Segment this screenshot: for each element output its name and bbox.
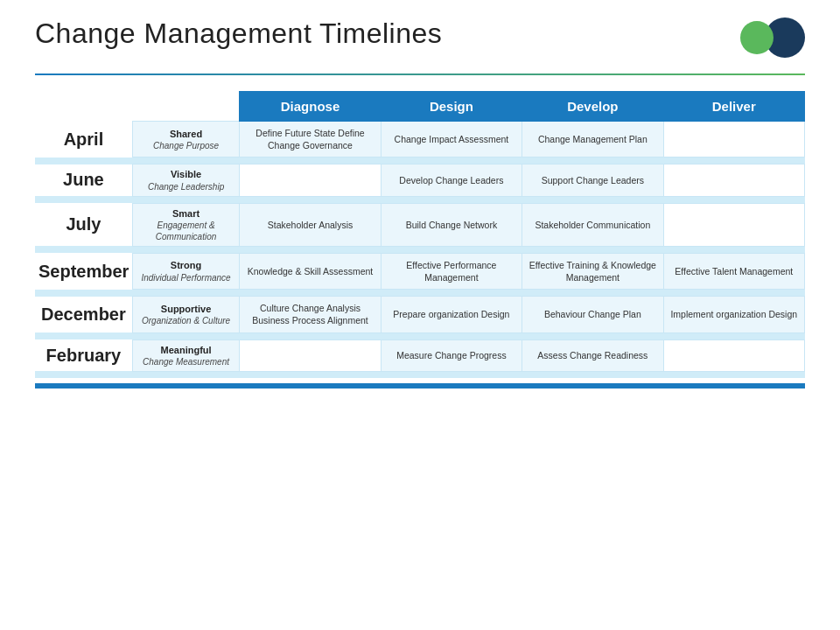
diagnose-cell	[240, 164, 381, 196]
spacer-row	[35, 290, 805, 297]
design-cell: Effective Performance Management	[381, 253, 522, 289]
deliver-cell	[663, 164, 804, 196]
table-row: SeptemberStrongIndividual PerformanceKno…	[35, 253, 805, 289]
deliver-cell	[663, 340, 804, 371]
develop-cell: Change Management Plan	[522, 122, 663, 158]
develop-cell: Assess Change Readiness	[522, 340, 663, 371]
spacer-row	[35, 371, 805, 378]
header-divider	[35, 74, 805, 75]
circle-green-icon	[740, 21, 774, 54]
diagnose-cell: Stakeholder Analysis	[240, 203, 381, 246]
develop-cell: Behaviour Change Plan	[522, 297, 663, 332]
col-deliver-header: Deliver	[663, 92, 804, 122]
diagnose-cell	[240, 340, 381, 371]
deliver-cell	[663, 203, 804, 246]
diagnose-cell: Culture Change Analysis Business Process…	[240, 297, 381, 332]
logo	[740, 18, 805, 58]
design-cell: Develop Change Leaders	[381, 164, 522, 196]
spacer-row	[35, 332, 805, 340]
subtitle-cell: SharedChange Purpose	[132, 122, 239, 158]
col-diagnose-header: Diagnose	[240, 92, 381, 122]
spacer-cell	[35, 371, 805, 378]
bottom-accent-bar	[35, 383, 805, 388]
table-row: JuneVisibleChange LeadershipDevelop Chan…	[35, 164, 805, 196]
diagnose-cell: Define Future State Define Change Govern…	[240, 122, 381, 158]
spacer-cell	[35, 196, 805, 203]
diagnose-cell: Knowledge & Skill Assessment	[240, 253, 381, 289]
subtitle-cell: MeaningfulChange Measurement	[132, 340, 239, 371]
month-cell: April	[35, 122, 132, 158]
spacer-row	[35, 158, 805, 164]
deliver-cell: Effective Talent Management	[663, 253, 804, 289]
header-area: Change Management Timelines	[35, 18, 805, 58]
design-cell: Prepare organization Design	[381, 297, 522, 332]
table-row: JulySmartEngagement & CommunicationStake…	[35, 203, 805, 246]
spacer-row	[35, 246, 805, 253]
develop-cell: Effective Training & Knowledge Managemen…	[522, 253, 663, 289]
col-subtitle-header	[132, 92, 239, 122]
develop-cell: Stakeholder Communication	[522, 203, 663, 246]
month-cell: December	[35, 297, 132, 332]
spacer-cell	[35, 332, 805, 340]
month-cell: September	[35, 253, 132, 289]
subtitle-cell: SmartEngagement & Communication	[132, 203, 239, 246]
subtitle-cell: SupportiveOrganization & Culture	[132, 297, 239, 332]
col-month-header	[35, 92, 132, 122]
timeline-table: Diagnose Design Develop Deliver AprilSha…	[35, 91, 805, 378]
deliver-cell	[663, 122, 804, 158]
design-cell: Change Impact Assessment	[381, 122, 522, 158]
spacer-row	[35, 196, 805, 203]
table-row: FebruaryMeaningfulChange MeasurementMeas…	[35, 340, 805, 371]
design-cell: Measure Change Progress	[381, 340, 522, 371]
subtitle-cell: VisibleChange Leadership	[132, 164, 239, 196]
page: Change Management Timelines Diagnose Des…	[0, 0, 840, 630]
spacer-cell	[35, 158, 805, 164]
month-cell: June	[35, 164, 132, 196]
month-cell: July	[35, 203, 132, 246]
subtitle-cell: StrongIndividual Performance	[132, 253, 239, 289]
spacer-cell	[35, 290, 805, 297]
col-develop-header: Develop	[522, 92, 663, 122]
deliver-cell: Implement organization Design	[663, 297, 804, 332]
table-row: DecemberSupportiveOrganization & Culture…	[35, 297, 805, 332]
page-title: Change Management Timelines	[35, 18, 442, 50]
table-header-row: Diagnose Design Develop Deliver	[35, 92, 805, 122]
month-cell: February	[35, 340, 132, 371]
develop-cell: Support Change Leaders	[522, 164, 663, 196]
spacer-cell	[35, 246, 805, 253]
table-row: AprilSharedChange PurposeDefine Future S…	[35, 122, 805, 158]
col-design-header: Design	[381, 92, 522, 122]
design-cell: Build Change Network	[381, 203, 522, 246]
